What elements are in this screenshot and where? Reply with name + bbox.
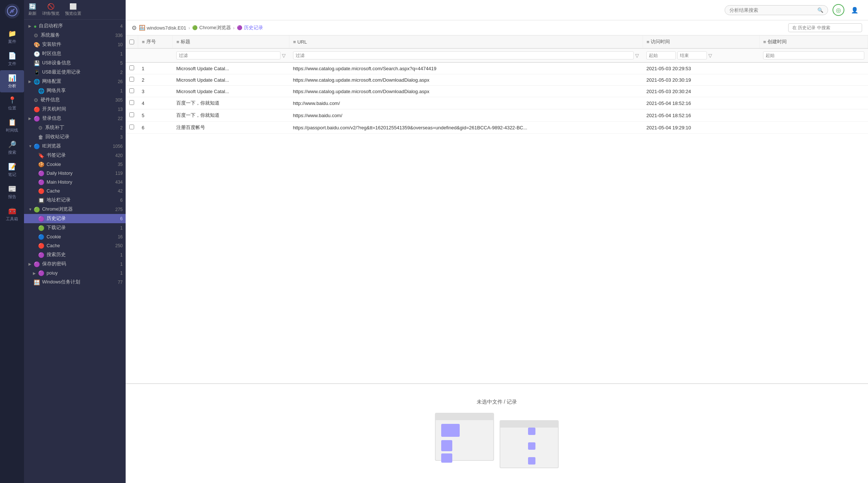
filter-create-start-input[interactable]: [763, 51, 864, 59]
window-title-bar-2: [500, 421, 558, 428]
th-visit-time[interactable]: ≡ 访问时间: [643, 35, 759, 48]
table-body: 1 Microsoft Update Catal... https://www.…: [126, 62, 868, 134]
row-checkbox[interactable]: [126, 86, 138, 97]
filter-visit-start-input[interactable]: [646, 51, 676, 59]
detail-preview-button[interactable]: 🚫 详情/预览: [42, 3, 59, 16]
table-row[interactable]: 1 Microsoft Update Catal... https://www.…: [126, 62, 868, 74]
sidebar-item-位置[interactable]: 📍 位置: [0, 92, 24, 115]
tree-item-系统服务[interactable]: ⚙ 系统服务 336: [24, 31, 126, 40]
table-row[interactable]: 2 Microsoft Update Catal... https://www.…: [126, 74, 868, 86]
tree-item-搜索历史[interactable]: 🟣 搜索历史 1: [24, 250, 126, 259]
row-select-checkbox[interactable]: [129, 125, 134, 129]
breadcrumb-item-chrome[interactable]: 🟢 Chrome浏览器: [192, 24, 231, 31]
tree-item-count: 10: [112, 42, 123, 47]
row-checkbox[interactable]: [126, 109, 138, 122]
no-selection-title: 未选中文件 / 记录: [477, 399, 517, 405]
row-checkbox[interactable]: [126, 122, 138, 134]
filter-title-input[interactable]: [176, 51, 280, 59]
sidebar-item-文件[interactable]: 📄 文件: [0, 48, 24, 70]
tree-item-daily-history[interactable]: 🟣 Daily History 119: [24, 169, 126, 178]
row-select-checkbox[interactable]: [129, 100, 134, 105]
tree-item-IE浏览器[interactable]: ▼ 🔵 IE浏览器 1056: [24, 142, 126, 151]
tree-item-Chrome浏览器[interactable]: ▼ 🟢 Chrome浏览器 275: [24, 205, 126, 214]
tree-item-main-history[interactable]: 🟣 Main History 434: [24, 178, 126, 187]
tree-item-Windows任务计划[interactable]: 🪟 Windows任务计划 77: [24, 278, 126, 287]
tree-item-保存的密码[interactable]: ▶ 🟣 保存的密码 1: [24, 259, 126, 269]
table-row[interactable]: 5 百度一下，你就知道 https://www.baidu.com/ 2021-…: [126, 109, 868, 122]
tree-item-count: 2: [112, 70, 123, 75]
breadcrumb-item-history[interactable]: 🟣 历史记录: [237, 24, 263, 31]
row-select-checkbox[interactable]: [129, 77, 134, 82]
sidebar-item-笔记[interactable]: 📝 笔记: [0, 159, 24, 181]
row-select-checkbox[interactable]: [129, 88, 134, 93]
tree-item-网络配置[interactable]: ▶ 🌐 网络配置 26: [24, 77, 126, 86]
tree-item-自启动程序[interactable]: ▶ ● 自启动程序 4: [24, 21, 126, 31]
sidebar-item-搜索[interactable]: 🔎 搜索: [0, 137, 24, 159]
th-url[interactable]: ≡ URL: [289, 35, 643, 48]
filter-url-input[interactable]: [293, 51, 634, 59]
breadcrumb-item-windows[interactable]: 🪟 windows7disk.E01: [139, 25, 186, 31]
tree-item-USB设备信息[interactable]: 💾 USB设备信息 5: [24, 58, 126, 68]
filter-url-cell[interactable]: ▽: [289, 48, 643, 62]
filter-create-time-cell[interactable]: [759, 48, 868, 62]
row-checkbox[interactable]: [126, 74, 138, 86]
tree-item-网络共享[interactable]: 🌐 网络共享 1: [24, 86, 126, 95]
filter-visit-end-input[interactable]: [677, 51, 707, 59]
sidebar-item-案件[interactable]: 📁 案件: [0, 26, 24, 48]
tree-item-系统补丁[interactable]: ⚙ 系统补丁 2: [24, 123, 126, 132]
tree-item-ie-cookie[interactable]: 🍪 Cookie 35: [24, 160, 126, 169]
tree-item-label: USB设备信息: [42, 60, 112, 66]
row-checkbox[interactable]: [126, 62, 138, 74]
tree-item-安装软件[interactable]: 🎨 安装软件 10: [24, 40, 126, 49]
sidebar-item-工具箱[interactable]: 🧰 工具箱: [0, 203, 24, 225]
row-checkbox[interactable]: [126, 97, 138, 109]
expand-icon: ▶: [28, 262, 32, 266]
tree-item-chrome-cache[interactable]: 🔴 Cache 250: [24, 241, 126, 250]
table-row[interactable]: 4 百度一下，你就知道 http://www.baidu.com/ 2021-0…: [126, 97, 868, 109]
tree-item-时区信息[interactable]: 🕐 时区信息 1: [24, 49, 126, 58]
th-title[interactable]: ≡ 标题: [173, 35, 289, 48]
row-select-checkbox[interactable]: [129, 65, 134, 70]
tree-item-ie-cache[interactable]: 🔴 Cache 42: [24, 187, 126, 195]
preview-position-button[interactable]: ⬜ 预览位置: [65, 3, 81, 16]
tree-item-count: 2: [112, 125, 123, 130]
row-select-checkbox[interactable]: [129, 112, 134, 117]
sidebar-toolbar: 🔄 刷新 🚫 详情/预览 ⬜ 预览位置: [24, 0, 126, 20]
tree-item-登录信息[interactable]: ▶ 🟣 登录信息 22: [24, 114, 126, 123]
sidebar-item-时间线[interactable]: 📋 时间线: [0, 115, 24, 137]
tree-item-历史记录[interactable]: 🟣 历史记录 6: [24, 214, 126, 223]
target-icon[interactable]: ◎: [833, 4, 844, 16]
tree-item-label: Cache: [47, 188, 112, 194]
tree-item-label: 系统服务: [41, 32, 112, 38]
breadcrumb-search-input[interactable]: [788, 23, 862, 32]
sidebar-item-报告[interactable]: 📰 报告: [0, 181, 24, 203]
search-icon: 🔍: [817, 7, 823, 13]
tree-item-硬件信息[interactable]: ⚙ 硬件信息 305: [24, 95, 126, 105]
user-icon[interactable]: 👤: [849, 4, 861, 16]
refresh-button[interactable]: 🔄 刷新: [28, 3, 37, 16]
tree-item-USB最近使用记录[interactable]: 📱 USB最近使用记录 2: [24, 68, 126, 77]
toolbox-icon: 🧰: [8, 207, 16, 215]
top-bar-icons: ◎ 👤: [833, 4, 861, 16]
tree-item-地址栏记录[interactable]: 🔲 地址栏记录 6: [24, 195, 126, 205]
select-all-checkbox[interactable]: [129, 40, 134, 44]
tree-item-书签记录[interactable]: 🔖 书签记录 420: [24, 151, 126, 160]
th-create-time[interactable]: ≡ 创建时间: [759, 35, 868, 48]
table-row[interactable]: 6 注册百度帐号 https://passport.baidu.com/v2/?…: [126, 122, 868, 134]
main-history-icon: 🟣: [38, 179, 44, 185]
tree-item-回收站记录[interactable]: 🗑 回收站记录 3: [24, 132, 126, 142]
chrome-nav-icon: 🟢: [192, 25, 198, 30]
search-box[interactable]: 🔍: [725, 5, 828, 15]
content-area: ⚙ 🪟 windows7disk.E01 › 🟢 Chrome浏览器 › 🟣 历…: [126, 20, 868, 483]
tree-item-开关机时间[interactable]: 🔴 开关机时间 13: [24, 105, 126, 114]
tree-item-chrome-cookie[interactable]: 🔵 Cookie 16: [24, 232, 126, 241]
patch-icon: ⚙: [38, 125, 43, 131]
table-row[interactable]: 3 Microsoft Update Catal... https://www.…: [126, 86, 868, 97]
th-seq[interactable]: ≡ 序号: [138, 35, 173, 48]
tree-item-poiuy[interactable]: ▶ 🟣 poiuy 1: [24, 269, 126, 278]
filter-title-cell[interactable]: ▽: [173, 48, 289, 62]
filter-visit-time-cell[interactable]: ▽: [643, 48, 759, 62]
sidebar-item-分析[interactable]: 📊 分析: [0, 70, 24, 92]
search-input[interactable]: [729, 7, 814, 13]
tree-item-下载记录[interactable]: 🟢 下载记录 1: [24, 223, 126, 232]
